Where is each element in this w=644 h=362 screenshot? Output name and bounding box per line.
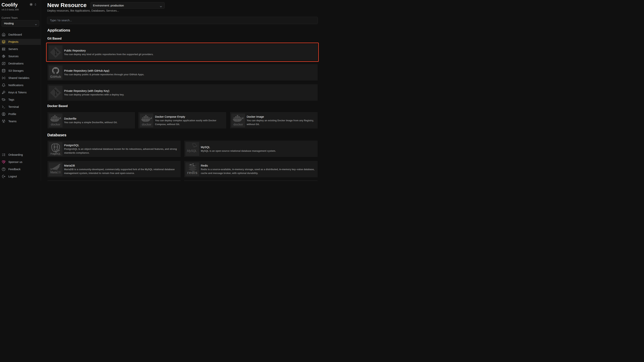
svg-text:docker: docker (142, 123, 152, 126)
svg-text:docker: docker (234, 123, 243, 126)
svg-text:redis: redis (187, 170, 198, 175)
svg-text:MySQL: MySQL (187, 149, 197, 153)
svg-text:docker: docker (51, 123, 61, 126)
svg-text:MariaDB: MariaDB (50, 171, 61, 174)
svg-text:GitHub: GitHub (50, 75, 61, 78)
svg-text:PostgreSQL: PostgreSQL (50, 152, 61, 155)
